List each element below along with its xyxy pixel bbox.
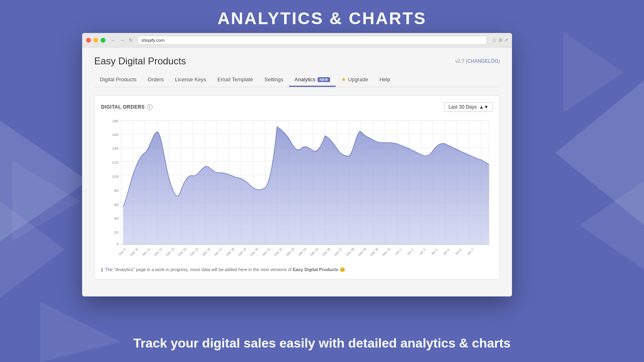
svg-text:Dec 14: Dec 14 bbox=[178, 247, 188, 257]
svg-text:40: 40 bbox=[114, 216, 119, 220]
dropdown-arrow-icon: ▲▼ bbox=[479, 104, 489, 110]
chart-header: DIGITAL ORDERS i Last 30 Days ▲▼ bbox=[101, 102, 493, 112]
tab-settings[interactable]: Settings bbox=[259, 73, 289, 87]
footer-info-icon: ℹ bbox=[101, 267, 103, 273]
svg-text:80: 80 bbox=[114, 188, 119, 193]
date-filter-dropdown[interactable]: Last 30 Days ▲▼ bbox=[444, 102, 493, 112]
svg-text:Dec 18: Dec 18 bbox=[225, 247, 235, 257]
chart-container: 180 160 140 120 100 80 60 40 20 0 bbox=[101, 117, 493, 262]
page-heading: ANALYTICS & CHARTS bbox=[0, 9, 644, 28]
svg-text:Dec 23: Dec 23 bbox=[285, 247, 295, 257]
star-icon: ★ bbox=[341, 76, 346, 82]
svg-text:Dec 12: Dec 12 bbox=[153, 247, 163, 257]
svg-text:Dec 26: Dec 26 bbox=[322, 247, 332, 257]
url-bar[interactable]: shopify.com bbox=[138, 36, 487, 45]
svg-marker-2 bbox=[12, 161, 80, 241]
svg-text:Dec 10: Dec 10 bbox=[130, 247, 140, 257]
traffic-light-yellow[interactable] bbox=[93, 38, 98, 43]
new-badge: NEW bbox=[318, 77, 330, 82]
svg-text:Dec 11: Dec 11 bbox=[141, 247, 151, 257]
svg-text:Dec 27: Dec 27 bbox=[334, 247, 344, 257]
svg-text:60: 60 bbox=[114, 202, 119, 207]
svg-text:140: 140 bbox=[112, 146, 119, 150]
svg-text:Dec 21: Dec 21 bbox=[262, 247, 272, 257]
browser-window: ← → ↻ shopify.com ☆ ≡ ↗ Easy Digital Pro… bbox=[82, 33, 512, 296]
app-version: v2.7 (CHANGELOG) bbox=[455, 58, 500, 64]
svg-marker-5 bbox=[40, 302, 121, 362]
svg-text:Dec 29: Dec 29 bbox=[357, 247, 367, 257]
svg-text:Dec 24: Dec 24 bbox=[297, 247, 308, 257]
analytics-chart: 180 160 140 120 100 80 60 40 20 0 bbox=[101, 117, 493, 261]
svg-text:Dec 13: Dec 13 bbox=[165, 247, 175, 257]
reload-button[interactable]: ↻ bbox=[127, 37, 134, 44]
svg-text:Dec 16: Dec 16 bbox=[202, 247, 212, 257]
svg-text:Dec 22: Dec 22 bbox=[273, 247, 283, 257]
expand-icon[interactable]: ↗ bbox=[504, 37, 508, 43]
svg-marker-6 bbox=[564, 32, 624, 113]
tab-help[interactable]: Help bbox=[374, 73, 396, 87]
bookmark-icon[interactable]: ☆ bbox=[492, 37, 497, 43]
svg-text:20: 20 bbox=[114, 230, 119, 234]
svg-text:120: 120 bbox=[112, 160, 119, 165]
svg-text:Dec 31: Dec 31 bbox=[382, 247, 392, 257]
chart-title: DIGITAL ORDERS i bbox=[101, 104, 153, 110]
back-button[interactable]: ← bbox=[109, 37, 117, 44]
svg-text:Dec 20: Dec 20 bbox=[250, 247, 260, 257]
svg-text:Dec 30: Dec 30 bbox=[369, 247, 380, 257]
svg-marker-1 bbox=[0, 201, 64, 298]
svg-text:Jan 6: Jan 6 bbox=[454, 248, 463, 256]
traffic-light-green[interactable] bbox=[101, 38, 105, 43]
svg-text:Dec 15: Dec 15 bbox=[190, 247, 200, 257]
svg-text:0: 0 bbox=[116, 242, 119, 246]
traffic-lights bbox=[86, 38, 105, 43]
footer-note-text: The "Analytics" page is a work in progre… bbox=[105, 267, 345, 272]
nav-tabs: Digital Products Orders License Keys Ema… bbox=[94, 73, 500, 87]
page-tagline: Track your digital sales easily with det… bbox=[0, 336, 644, 351]
svg-marker-3 bbox=[555, 80, 644, 225]
changelog-link[interactable]: CHANGELOG bbox=[467, 58, 498, 64]
svg-text:Jan 3: Jan 3 bbox=[418, 248, 427, 256]
browser-content: Easy Digital Products v2.7 (CHANGELOG) D… bbox=[82, 47, 512, 296]
svg-text:Dec 19: Dec 19 bbox=[237, 247, 248, 257]
footer-note: ℹ The "Analytics" page is a work in prog… bbox=[101, 267, 493, 273]
svg-text:Dec 28: Dec 28 bbox=[345, 247, 355, 257]
svg-text:Jan 5: Jan 5 bbox=[442, 248, 451, 256]
tab-upgrade[interactable]: ★ Upgrade bbox=[336, 73, 374, 87]
svg-text:Jan 2: Jan 2 bbox=[406, 248, 415, 256]
tab-analytics[interactable]: Analytics NEW bbox=[289, 73, 336, 87]
tab-license-keys[interactable]: License Keys bbox=[169, 73, 212, 87]
browser-nav: ← → ↻ bbox=[109, 37, 134, 44]
date-filter-label: Last 30 Days bbox=[448, 104, 477, 110]
tab-digital-products[interactable]: Digital Products bbox=[94, 73, 142, 87]
tab-email-template[interactable]: Email Template bbox=[212, 73, 259, 87]
svg-marker-0 bbox=[0, 121, 89, 241]
url-text: shopify.com bbox=[141, 38, 165, 43]
svg-marker-4 bbox=[580, 181, 644, 269]
app-title: Easy Digital Products bbox=[94, 56, 186, 67]
svg-text:Dec 25: Dec 25 bbox=[310, 247, 320, 257]
forward-button[interactable]: → bbox=[118, 37, 126, 44]
svg-text:180: 180 bbox=[112, 119, 119, 123]
svg-text:Dec 9: Dec 9 bbox=[118, 247, 126, 256]
svg-text:Dec 17: Dec 17 bbox=[213, 247, 223, 257]
app-header: Easy Digital Products v2.7 (CHANGELOG) bbox=[94, 56, 500, 67]
traffic-light-red[interactable] bbox=[86, 38, 91, 43]
browser-chrome: ← → ↻ shopify.com ☆ ≡ ↗ bbox=[82, 33, 512, 47]
svg-text:Jan 7: Jan 7 bbox=[466, 248, 475, 256]
svg-text:160: 160 bbox=[112, 132, 119, 137]
chart-section: DIGITAL ORDERS i Last 30 Days ▲▼ bbox=[94, 95, 500, 280]
tab-orders[interactable]: Orders bbox=[142, 73, 169, 87]
svg-text:Jan 4: Jan 4 bbox=[430, 248, 439, 256]
svg-text:100: 100 bbox=[112, 174, 119, 179]
menu-icon[interactable]: ≡ bbox=[499, 37, 502, 44]
info-icon[interactable]: i bbox=[147, 104, 153, 110]
svg-text:Jan 1: Jan 1 bbox=[394, 248, 403, 256]
